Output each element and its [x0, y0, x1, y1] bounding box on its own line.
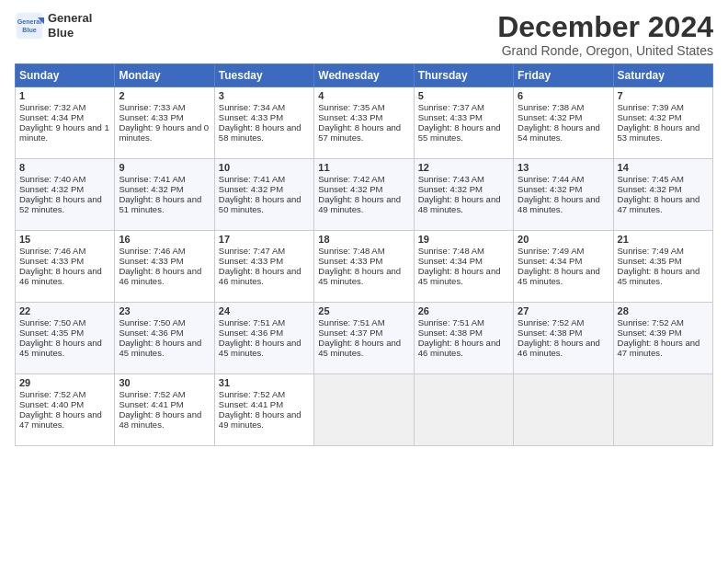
calendar-cell: 1Sunrise: 7:32 AMSunset: 4:34 PMDaylight… — [16, 87, 115, 159]
calendar-cell: 16Sunrise: 7:46 AMSunset: 4:33 PMDayligh… — [115, 231, 214, 303]
calendar-cell: 28Sunrise: 7:52 AMSunset: 4:39 PMDayligh… — [613, 303, 712, 374]
sunrise-text: Sunrise: 7:48 AM — [318, 246, 384, 256]
day-number: 29 — [19, 377, 110, 388]
sunrise-text: Sunrise: 7:49 AM — [618, 246, 684, 256]
calendar-cell: 8Sunrise: 7:40 AMSunset: 4:32 PMDaylight… — [16, 159, 115, 231]
daylight-text: Daylight: 8 hours and 49 minutes. — [219, 409, 301, 430]
sunrise-text: Sunrise: 7:51 AM — [219, 317, 285, 327]
daylight-text: Daylight: 8 hours and 48 minutes. — [518, 194, 600, 214]
sunrise-text: Sunrise: 7:51 AM — [318, 317, 384, 327]
calendar-body: 1Sunrise: 7:32 AMSunset: 4:34 PMDaylight… — [16, 87, 713, 446]
day-number: 4 — [318, 90, 409, 101]
calendar-week-row: 22Sunrise: 7:50 AMSunset: 4:35 PMDayligh… — [16, 303, 713, 374]
calendar-cell: 23Sunrise: 7:50 AMSunset: 4:36 PMDayligh… — [115, 303, 214, 374]
calendar-cell: 19Sunrise: 7:48 AMSunset: 4:34 PMDayligh… — [414, 231, 513, 303]
sunset-text: Sunset: 4:39 PM — [618, 327, 682, 338]
day-number: 1 — [19, 90, 110, 101]
daylight-text: Daylight: 8 hours and 47 minutes. — [618, 338, 700, 358]
daylight-text: Daylight: 8 hours and 58 minutes. — [219, 122, 301, 143]
sunset-text: Sunset: 4:32 PM — [219, 184, 283, 194]
sunset-text: Sunset: 4:32 PM — [19, 184, 84, 194]
logo-icon: General Blue — [15, 11, 44, 40]
sunset-text: Sunset: 4:38 PM — [518, 327, 582, 338]
sunset-text: Sunset: 4:33 PM — [219, 112, 283, 122]
sunset-text: Sunset: 4:40 PM — [19, 399, 84, 409]
day-header: Sunday — [16, 64, 115, 87]
day-number: 17 — [219, 234, 310, 245]
calendar-table: SundayMondayTuesdayWednesdayThursdayFrid… — [15, 63, 713, 446]
sunrise-text: Sunrise: 7:37 AM — [418, 102, 484, 112]
calendar-cell: 27Sunrise: 7:52 AMSunset: 4:38 PMDayligh… — [514, 303, 613, 374]
calendar-cell: 22Sunrise: 7:50 AMSunset: 4:35 PMDayligh… — [16, 303, 115, 374]
day-number: 10 — [219, 162, 310, 173]
sunrise-text: Sunrise: 7:46 AM — [119, 246, 185, 256]
calendar-cell: 26Sunrise: 7:51 AMSunset: 4:38 PMDayligh… — [414, 303, 513, 374]
sunrise-text: Sunrise: 7:41 AM — [219, 174, 285, 184]
calendar-week-row: 8Sunrise: 7:40 AMSunset: 4:32 PMDaylight… — [16, 159, 713, 231]
sunset-text: Sunset: 4:32 PM — [518, 184, 582, 194]
daylight-text: Daylight: 9 hours and 1 minute. — [19, 122, 109, 143]
sunrise-text: Sunrise: 7:52 AM — [618, 317, 684, 327]
sunset-text: Sunset: 4:35 PM — [19, 327, 84, 338]
sunrise-text: Sunrise: 7:35 AM — [318, 102, 384, 112]
daylight-text: Daylight: 8 hours and 45 minutes. — [19, 338, 102, 358]
daylight-text: Daylight: 8 hours and 45 minutes. — [318, 266, 401, 286]
sunrise-text: Sunrise: 7:52 AM — [19, 389, 85, 399]
daylight-text: Daylight: 8 hours and 48 minutes. — [119, 409, 201, 430]
day-number: 18 — [318, 234, 409, 245]
day-number: 20 — [518, 234, 609, 245]
daylight-text: Daylight: 8 hours and 45 minutes. — [518, 266, 600, 286]
daylight-text: Daylight: 8 hours and 50 minutes. — [219, 194, 301, 214]
logo-line1: General — [48, 11, 92, 26]
calendar-cell: 25Sunrise: 7:51 AMSunset: 4:37 PMDayligh… — [314, 303, 414, 374]
calendar-week-row: 29Sunrise: 7:52 AMSunset: 4:40 PMDayligh… — [16, 374, 713, 446]
calendar-cell — [514, 374, 613, 446]
calendar-cell — [314, 374, 414, 446]
day-number: 28 — [618, 305, 709, 316]
day-number: 12 — [418, 162, 509, 173]
day-number: 8 — [19, 162, 110, 173]
day-number: 7 — [618, 90, 709, 101]
day-number: 30 — [119, 377, 210, 388]
calendar-week-row: 1Sunrise: 7:32 AMSunset: 4:34 PMDaylight… — [16, 87, 713, 159]
sunset-text: Sunset: 4:41 PM — [119, 399, 183, 409]
calendar-cell: 11Sunrise: 7:42 AMSunset: 4:32 PMDayligh… — [314, 159, 414, 231]
sunset-text: Sunset: 4:34 PM — [418, 256, 483, 266]
sunrise-text: Sunrise: 7:50 AM — [119, 317, 185, 327]
sunset-text: Sunset: 4:33 PM — [219, 256, 283, 266]
sunset-text: Sunset: 4:33 PM — [418, 112, 483, 122]
month-title: December 2024 — [497, 11, 713, 43]
sunrise-text: Sunrise: 7:32 AM — [19, 102, 85, 112]
daylight-text: Daylight: 8 hours and 46 minutes. — [219, 266, 301, 286]
calendar-cell: 30Sunrise: 7:52 AMSunset: 4:41 PMDayligh… — [115, 374, 214, 446]
location: Grand Ronde, Oregon, United States — [497, 43, 713, 58]
day-number: 9 — [119, 162, 210, 173]
svg-text:Blue: Blue — [22, 27, 36, 34]
daylight-text: Daylight: 8 hours and 47 minutes. — [19, 409, 102, 430]
calendar-cell: 20Sunrise: 7:49 AMSunset: 4:34 PMDayligh… — [514, 231, 613, 303]
sunrise-text: Sunrise: 7:52 AM — [119, 389, 185, 399]
day-number: 5 — [418, 90, 509, 101]
sunrise-text: Sunrise: 7:34 AM — [219, 102, 285, 112]
svg-text:General: General — [17, 18, 42, 26]
calendar-cell: 31Sunrise: 7:52 AMSunset: 4:41 PMDayligh… — [214, 374, 313, 446]
day-number: 25 — [318, 305, 409, 316]
sunrise-text: Sunrise: 7:48 AM — [418, 246, 484, 256]
calendar-cell: 24Sunrise: 7:51 AMSunset: 4:36 PMDayligh… — [214, 303, 313, 374]
sunset-text: Sunset: 4:41 PM — [219, 399, 283, 409]
day-number: 31 — [219, 377, 310, 388]
day-number: 3 — [219, 90, 310, 101]
calendar-cell: 13Sunrise: 7:44 AMSunset: 4:32 PMDayligh… — [514, 159, 613, 231]
sunrise-text: Sunrise: 7:52 AM — [219, 389, 285, 399]
sunset-text: Sunset: 4:34 PM — [518, 256, 582, 266]
sunrise-text: Sunrise: 7:43 AM — [418, 174, 484, 184]
day-number: 15 — [19, 234, 110, 245]
sunset-text: Sunset: 4:36 PM — [119, 327, 183, 338]
sunrise-text: Sunrise: 7:52 AM — [518, 317, 584, 327]
day-number: 22 — [19, 305, 110, 316]
day-number: 2 — [119, 90, 210, 101]
day-header: Tuesday — [214, 64, 313, 87]
sunset-text: Sunset: 4:32 PM — [318, 184, 382, 194]
daylight-text: Daylight: 8 hours and 52 minutes. — [19, 194, 102, 214]
sunset-text: Sunset: 4:35 PM — [618, 256, 682, 266]
